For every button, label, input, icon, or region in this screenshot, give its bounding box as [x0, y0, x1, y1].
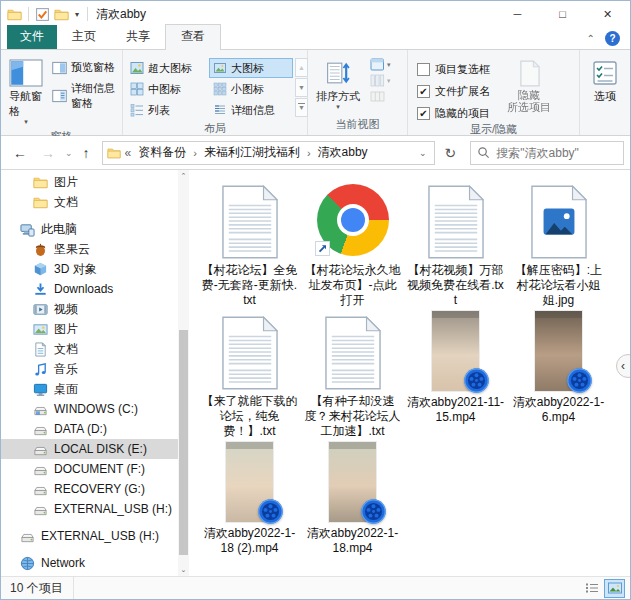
sidebar-item[interactable]: 图片 [1, 172, 178, 192]
hide-selected-button[interactable]: 隐藏所选项目 [502, 54, 556, 116]
breadcrumb-segment[interactable]: 来福利江湖找福利 [204, 144, 300, 161]
file-item[interactable]: 【村花论坛永久地址发布页】-点此打开 [301, 176, 404, 307]
breadcrumb-separator-icon[interactable]: › [193, 147, 197, 159]
gallery-scroll-down-icon[interactable]: ▼ [295, 78, 308, 97]
thumbnail-view-toggle[interactable] [604, 579, 625, 598]
gallery-overflow-icon[interactable]: ▼ [295, 98, 308, 117]
sidebar-scrollbar[interactable]: ⌃ ⌄ [178, 170, 189, 576]
back-button[interactable]: ← [7, 143, 33, 163]
sidebar-item[interactable]: 图片 [1, 319, 178, 339]
sidebar-item[interactable]: 文档 [1, 339, 178, 359]
group-by-button[interactable]: ▾ [370, 58, 391, 71]
galdet-icon [213, 103, 227, 117]
file-item[interactable]: 【来了就能下载的论坛，纯免费！】.txt [198, 307, 301, 438]
navigation-bar: ← → ⌄ ↑ «资料备份›来福利江湖找福利›清欢abby ⌄ ↻ [1, 136, 630, 170]
layout-option[interactable]: 大图标 [209, 58, 293, 78]
minimize-button[interactable]: ─ [495, 1, 540, 27]
tab-file[interactable]: 文件 [7, 25, 57, 49]
file-item[interactable]: 【村花论坛】全免费-无套路-更新快.txt [198, 176, 301, 307]
drive-icon [33, 442, 48, 457]
collapse-ribbon-icon[interactable]: ⌃ [587, 33, 595, 44]
tab-home[interactable]: 主页 [57, 25, 111, 49]
sidebar-item-label: 文档 [54, 341, 78, 358]
checkbox-icon[interactable] [417, 63, 430, 76]
gals-icon [213, 82, 227, 96]
scrollbar-down-icon[interactable]: ⌄ [178, 564, 189, 576]
close-button[interactable]: ✕ [585, 1, 630, 27]
size-columns-icon [370, 90, 385, 103]
details-pane-button[interactable]: 详细信息窗格 [52, 81, 117, 111]
tab-share[interactable]: 共享 [111, 25, 165, 49]
address-bar[interactable]: «资料备份›来福利江湖找福利›清欢abby ⌄ [102, 141, 435, 165]
qat-folder-icon[interactable] [54, 7, 69, 22]
qat-checkbox-icon[interactable] [35, 7, 50, 22]
options-button[interactable]: 选项 [587, 54, 623, 107]
recent-locations-icon[interactable]: ⌄ [63, 148, 75, 158]
checkbox-icon[interactable]: ✔ [417, 107, 430, 120]
layout-option[interactable]: 小图标 [209, 79, 293, 99]
ribbon-group-show-hide: 项目复选框✔文件扩展名✔隐藏的项目 隐藏所选项目 显示/隐藏 [408, 50, 580, 135]
sidebar-item[interactable]: 坚果云 [1, 239, 178, 259]
sidebar-item[interactable]: RECOVERY (G:) [1, 479, 178, 499]
galm-icon [130, 82, 144, 96]
up-button[interactable]: ↑ [77, 143, 96, 163]
sidebar-item[interactable]: EXTERNAL_USB (H:) [1, 526, 178, 546]
file-grid: 【村花论坛】全免费-无套路-更新快.txt【村花论坛永久地址发布页】-点此打开【… [189, 170, 630, 576]
breadcrumb-separator-icon[interactable]: › [307, 147, 311, 159]
file-item[interactable]: 清欢abby2022-1-18.mp4 [301, 438, 404, 569]
sidebar-item-label: 文档 [54, 194, 78, 211]
navigation-pane-button[interactable]: 导航窗格 ▾ [4, 54, 48, 128]
layout-option[interactable]: 详细信息 [209, 100, 293, 120]
help-icon[interactable]: ? [605, 31, 620, 46]
scrollbar-thumb[interactable] [179, 330, 188, 555]
sidebar-item[interactable]: EXTERNAL_USB (H:) [1, 499, 178, 519]
file-item[interactable]: 【有种子却没速度？来村花论坛人工加速】.txt [301, 307, 404, 438]
sidebar-item[interactable]: 此电脑 [1, 219, 178, 239]
sidebar-item[interactable]: Downloads [1, 279, 178, 299]
layout-option[interactable]: 中图标 [126, 79, 208, 99]
sidebar-item[interactable]: 视频 [1, 299, 178, 319]
address-dropdown-icon[interactable]: ⌄ [416, 148, 430, 158]
sidebar-item[interactable]: DATA (D:) [1, 419, 178, 439]
ribbon-checkbox[interactable]: ✔隐藏的项目 [417, 106, 490, 121]
checkbox-icon[interactable]: ✔ [417, 85, 430, 98]
ribbon-checkbox[interactable]: 项目复选框 [417, 62, 490, 77]
size-columns-button[interactable] [370, 90, 391, 103]
refresh-icon[interactable]: ↻ [437, 145, 465, 161]
layout-option[interactable]: 列表 [126, 100, 208, 120]
sidebar-item[interactable]: 桌面 [1, 379, 178, 399]
item-count: 10 个项目 [10, 577, 74, 599]
sidebar-item[interactable]: LOCAL DISK (E:) [1, 439, 178, 459]
sidebar-item[interactable]: DOCUMENT (F:) [1, 459, 178, 479]
forward-button[interactable]: → [35, 143, 61, 163]
sidebar-item[interactable]: 3D 对象 [1, 259, 178, 279]
ribbon-group-options: 选项 [580, 50, 630, 135]
gallery-scroll-up-icon[interactable]: ▲ [295, 58, 308, 77]
qat-customize-dropdown-icon[interactable]: ▾ [73, 10, 81, 19]
file-item[interactable]: 【村花视频】万部视频免费在线看.txt [404, 176, 507, 307]
breadcrumb-overflow-icon[interactable]: « [125, 146, 132, 160]
sidebar-item-label: DOCUMENT (F:) [54, 462, 145, 476]
scrollbar-up-icon[interactable]: ⌃ [178, 170, 189, 182]
sidebar-item[interactable]: Network [1, 553, 178, 573]
sidebar-item[interactable]: WINDOWS (C:) [1, 399, 178, 419]
preview-pane-button[interactable]: 预览窗格 [52, 60, 117, 75]
ribbon-checkbox[interactable]: ✔文件扩展名 [417, 84, 490, 99]
sidebar-item[interactable]: 音乐 [1, 359, 178, 379]
file-item[interactable]: 【解压密码】:上村花论坛看小姐姐.jpg [507, 176, 610, 307]
sidebar-item[interactable]: 文档 [1, 192, 178, 212]
file-item[interactable]: 清欢abby2022-1-6.mp4 [507, 307, 610, 438]
maximize-button[interactable]: □ [540, 1, 585, 27]
breadcrumb-segment[interactable]: 资料备份 [138, 144, 186, 161]
details-view-toggle[interactable] [581, 579, 602, 598]
search-input[interactable] [496, 146, 617, 160]
tab-view[interactable]: 查看 [165, 24, 221, 50]
breadcrumb-segment[interactable]: 清欢abby [318, 144, 368, 161]
sort-by-button[interactable]: 排序方式 ▾ [311, 54, 365, 113]
window-title: 清欢abby [96, 6, 146, 23]
file-item[interactable]: 清欢abby2021-11-15.mp4 [404, 307, 507, 438]
layout-option[interactable]: 超大图标 [126, 58, 208, 78]
file-item[interactable]: 清欢abby2022-1-18 (2).mp4 [198, 438, 301, 569]
movie-reel-icon [360, 498, 387, 525]
add-columns-button[interactable]: ▾ [370, 74, 391, 87]
